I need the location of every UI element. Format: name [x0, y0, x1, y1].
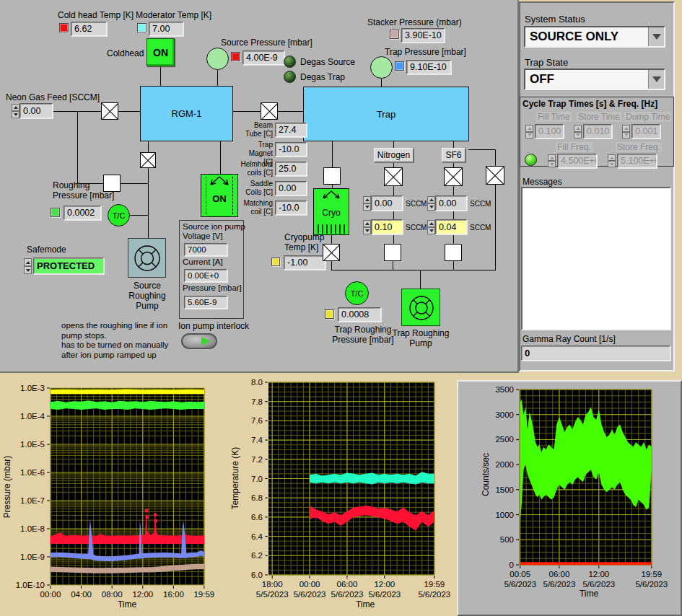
- sf6-valve-icon[interactable]: [444, 167, 463, 186]
- trap-vent-valve-icon[interactable]: [486, 166, 504, 185]
- pipe: [220, 141, 221, 174]
- cold-head-temp-label: Cold head Temp [K]: [58, 10, 134, 20]
- trap-pressure-value: 9.10E-10: [406, 60, 451, 74]
- n2-flow-read-value[interactable]: 0.10: [371, 219, 403, 234]
- sf6-iso-valve-icon[interactable]: [445, 244, 462, 261]
- cold-head-led-icon: [59, 23, 69, 32]
- nitrogen-valve-icon[interactable]: [384, 167, 403, 186]
- fill-time-input[interactable]: 0.100: [535, 124, 564, 138]
- svg-text:6.4: 6.4: [251, 532, 263, 541]
- fill-freq-input[interactable]: 4.500E+6: [557, 154, 597, 168]
- chevron-down-icon[interactable]: [648, 70, 664, 89]
- svg-text:2500: 2500: [495, 435, 514, 444]
- neon-feed-input[interactable]: 0.00: [19, 103, 53, 118]
- svg-text:06:00: 06:00: [549, 570, 570, 578]
- trap-roughing-led-icon: [325, 309, 334, 319]
- store-time-input[interactable]: 0.010: [583, 124, 612, 138]
- sf6-read-spinner[interactable]: [427, 220, 435, 234]
- svg-text:1.0E-6: 1.0E-6: [20, 468, 45, 477]
- svg-text:6.8: 6.8: [251, 493, 263, 502]
- store-freq-spinner[interactable]: [608, 154, 616, 167]
- trap-state-dropdown[interactable]: OFF: [524, 69, 665, 90]
- store-freq-input[interactable]: 5.100E+6: [617, 154, 657, 168]
- sf6-flow-read-value[interactable]: 0.04: [435, 219, 467, 234]
- n2-flow-set-input[interactable]: 0.00: [371, 195, 403, 211]
- trap-roughing-pump-icon[interactable]: [401, 289, 440, 326]
- trap-roughing-pressure-value: 0.0008: [338, 307, 381, 322]
- n2-set-spinner[interactable]: [363, 196, 371, 211]
- svg-text:19:59: 19:59: [424, 580, 445, 589]
- chevron-down-icon[interactable]: [648, 27, 664, 46]
- nitrogen-iso-valve-icon[interactable]: [384, 244, 401, 261]
- roughing-led-icon: [51, 208, 60, 217]
- pipe: [130, 215, 148, 216]
- store-time-label: Store Time: [577, 112, 621, 122]
- pipe: [148, 168, 149, 238]
- trap-thermocouple-icon: T/C: [345, 281, 369, 305]
- fill-time-spinner[interactable]: [525, 125, 533, 138]
- neon-feed-spinner[interactable]: [12, 104, 19, 118]
- cryo-arrows-icon: [315, 190, 348, 201]
- n2-read-spinner[interactable]: [363, 220, 371, 234]
- degas-trap-led-icon[interactable]: [284, 71, 296, 83]
- svg-text:2000: 2000: [495, 460, 514, 469]
- svg-text:Counts/sec: Counts/sec: [481, 453, 491, 496]
- n2-read-unit: SCCM: [406, 224, 427, 232]
- svg-text:12:00: 12:00: [374, 580, 395, 589]
- svg-text:5/6/2023: 5/6/2023: [294, 590, 326, 599]
- safemode-label: Safemode: [27, 245, 66, 255]
- svg-text:6.6: 6.6: [251, 513, 263, 522]
- ion-pump-interlock-toggle[interactable]: [181, 333, 217, 349]
- pipe: [453, 234, 454, 244]
- svg-text:5/6/2023: 5/6/2023: [418, 590, 450, 599]
- sf6-flow-set-input[interactable]: 0.00: [435, 195, 467, 211]
- neon-valve-icon[interactable]: [101, 102, 118, 120]
- source-turbo-pump[interactable]: ON: [201, 174, 238, 217]
- pipe: [331, 235, 332, 244]
- cryo-pump[interactable]: Cryo: [313, 188, 349, 235]
- safemode-spinner[interactable]: [24, 258, 32, 274]
- store-time-spinner[interactable]: [574, 125, 582, 138]
- gamma-count-value: 0: [521, 346, 670, 361]
- roughing-pressure-label: Roughing Pressure [mbar]: [53, 180, 114, 201]
- svg-text:19:59: 19:59: [641, 570, 662, 578]
- fill-freq-spinner[interactable]: [548, 154, 556, 167]
- cycle-led-icon[interactable]: [525, 154, 537, 166]
- dump-time-input[interactable]: 0.001: [631, 124, 660, 138]
- stacker-pressure-value: 3.90E-10: [401, 28, 445, 43]
- sf6-set-spinner[interactable]: [427, 196, 435, 211]
- trap-state-label: Trap State: [525, 57, 568, 68]
- system-status-label: System Status: [525, 14, 585, 25]
- nitrogen-button[interactable]: Nitrogen: [374, 148, 414, 162]
- pipe: [393, 234, 394, 244]
- degas-source-label: Degas Source: [300, 57, 355, 67]
- svg-text:7.2: 7.2: [251, 455, 263, 464]
- messages-box[interactable]: [521, 187, 671, 330]
- pipe: [77, 111, 78, 183]
- trap-block: Trap: [303, 87, 469, 141]
- safemode-value[interactable]: PROTECTED: [33, 258, 104, 274]
- svg-text:1.0E-10: 1.0E-10: [16, 581, 45, 589]
- ion-pump-interlock-label: Ion pump interlock: [178, 321, 249, 331]
- coldhead-on-button[interactable]: ON: [147, 38, 175, 66]
- pipe: [453, 162, 454, 167]
- cryopump-temp-label: Cryopump Temp [K]: [284, 232, 324, 252]
- cryo-roughing-valve-icon[interactable]: [323, 244, 340, 261]
- svg-text:1.0E-7: 1.0E-7: [20, 496, 45, 505]
- degas-source-led-icon[interactable]: [284, 56, 296, 68]
- system-status-dropdown[interactable]: SOURCE ONLY: [524, 26, 665, 48]
- sf6-button[interactable]: SF6: [442, 148, 465, 162]
- cryopump-led-icon: [271, 258, 280, 266]
- matching-coil-label: Matching coil [C]: [238, 199, 273, 216]
- beam-tube-label: Beam Tube [C]: [241, 121, 273, 138]
- beamline-valve-icon[interactable]: [261, 102, 278, 120]
- pipe: [118, 111, 140, 112]
- dump-time-spinner[interactable]: [622, 125, 630, 138]
- source-roughing-pump-icon[interactable]: [128, 238, 166, 278]
- trap-cryo-valve-icon[interactable]: [323, 167, 341, 185]
- pipe: [453, 186, 454, 195]
- rgm-roughing-valve-icon[interactable]: [140, 152, 156, 168]
- temperature-chart: 8.07.87.67.47.27.06.86.66.46.26.018:005/…: [229, 375, 456, 616]
- source-thermocouple-icon: T/C: [108, 204, 130, 226]
- pipe: [381, 79, 382, 87]
